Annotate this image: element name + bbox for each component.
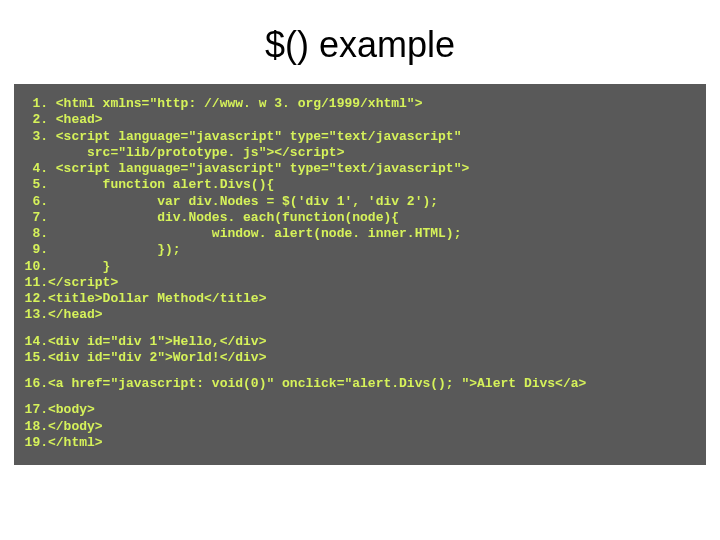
code-line: 6. var div.Nodes = $('div 1', 'div 2');: [24, 194, 696, 210]
code-line: 14.<div id="div 1">Hello,</div>: [24, 334, 696, 350]
code-line: 16.<a href="javascript: void(0)" onclick…: [24, 376, 696, 392]
slide: $() example 1. <html xmlns="http: //www.…: [0, 0, 720, 540]
code-line: 13.</head>: [24, 307, 696, 323]
code-line: 18.</body>: [24, 419, 696, 435]
code-line: 3. <script language="javascript" type="t…: [24, 129, 696, 145]
code-line: 19.</html>: [24, 435, 696, 451]
code-line: src="lib/prototype. js"></script>: [24, 145, 696, 161]
code-line: 8. window. alert(node. inner.HTML);: [24, 226, 696, 242]
code-line: 12.<title>Dollar Method</title>: [24, 291, 696, 307]
code-line: 9. });: [24, 242, 696, 258]
slide-title: $() example: [0, 0, 720, 84]
code-block: 1. <html xmlns="http: //www. w 3. org/19…: [14, 84, 706, 465]
code-line: 7. div.Nodes. each(function(node){: [24, 210, 696, 226]
code-line: 17.<body>: [24, 402, 696, 418]
code-line: 4. <script language="javascript" type="t…: [24, 161, 696, 177]
code-line: 15.<div id="div 2">World!</div>: [24, 350, 696, 366]
code-line: 11.</script>: [24, 275, 696, 291]
code-line: 10. }: [24, 259, 696, 275]
code-line: 5. function alert.Divs(){: [24, 177, 696, 193]
code-line: 2. <head>: [24, 112, 696, 128]
code-line: 1. <html xmlns="http: //www. w 3. org/19…: [24, 96, 696, 112]
